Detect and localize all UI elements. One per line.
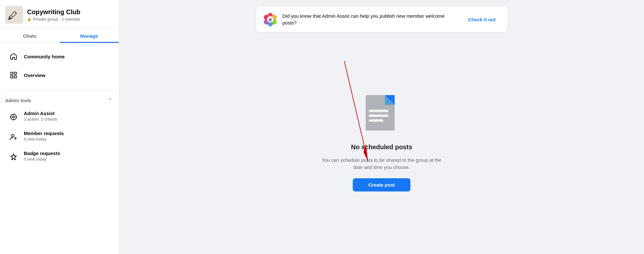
overview-label: Overview [24,73,45,78]
check-it-out-button[interactable]: Check it out [463,14,501,25]
notification-banner: Did you know that Admin Assist can help … [256,6,507,32]
badge-requests-subtitle: 0 new today [24,157,60,161]
admin-tools-header: Admin tools ⌃ [0,93,119,107]
main-content: Did you know that Admin Assist can help … [119,0,644,254]
svg-point-12 [12,134,14,137]
sidebar-item-overview[interactable]: Overview [3,66,116,84]
admin-assist-subtitle: 1 action, 1 criteria [24,117,57,122]
tab-chats[interactable]: Chats [0,29,60,43]
group-header: 🖊 Copywriting Club 🔒 Private group · 1 m… [0,0,119,29]
empty-state-title: No scheduled posts [351,143,412,151]
sidebar: 🖊 Copywriting Club 🔒 Private group · 1 m… [0,0,119,254]
member-requests-text: Member requests 0 new today [24,131,64,142]
group-name: Copywriting Club [27,8,81,16]
admin-tools-title: Admin tools [5,98,31,103]
empty-state-description: You can schedule posts to be shared to t… [321,157,443,171]
svg-rect-27 [369,110,388,112]
tab-manage[interactable]: Manage [60,29,119,43]
divider [5,91,114,91]
lock-icon: 🔒 [27,17,32,21]
svg-rect-4 [11,76,13,78]
group-meta-text: Private group · 1 member [33,17,81,22]
svg-rect-28 [369,114,388,117]
sidebar-item-admin-assist[interactable]: Admin Assist 1 action, 1 criteria [3,107,116,126]
svg-text:🖊: 🖊 [8,10,17,21]
create-post-button[interactable]: Create post [353,178,410,191]
sidebar-item-member-requests[interactable]: Member requests 0 new today [3,127,116,146]
tabs: Chats Manage [0,29,119,43]
community-home-label: Community home [24,54,65,59]
svg-rect-29 [369,119,383,122]
admin-assist-text: Admin Assist 1 action, 1 criteria [24,111,57,122]
svg-rect-3 [14,72,16,74]
group-info: Copywriting Club 🔒 Private group · 1 mem… [27,8,81,22]
member-requests-title: Member requests [24,131,64,136]
badge-requests-title: Badge requests [24,151,60,156]
group-meta: 🔒 Private group · 1 member [27,17,81,22]
sidebar-item-badge-requests[interactable]: Badge requests 0 new today [3,147,116,166]
admin-assist-title: Admin Assist [24,111,57,116]
home-icon [8,51,19,62]
member-requests-icon [8,131,19,143]
svg-point-7 [13,116,14,118]
banner-wrapper: Did you know that Admin Assist can help … [132,6,631,32]
arrow-annotation [321,32,443,248]
svg-rect-2 [11,72,13,74]
badge-requests-text: Badge requests 0 new today [24,151,60,161]
sidebar-item-community-home[interactable]: Community home [3,47,116,65]
member-requests-subtitle: 0 new today [24,137,64,142]
center-area: No scheduled posts You can schedule post… [321,32,443,248]
badge-requests-icon [8,151,19,163]
group-avatar: 🖊 [5,6,23,24]
notification-text: Did you know that Admin Assist can help … [283,13,458,26]
svg-rect-5 [14,76,16,78]
overview-icon [8,69,19,81]
admin-tools-toggle[interactable]: ⌃ [107,96,114,105]
admin-assist-flower-icon [263,12,278,27]
admin-assist-icon [8,111,19,123]
nav-section: Community home Overview [0,43,119,89]
document-icon-wrapper [362,89,401,135]
